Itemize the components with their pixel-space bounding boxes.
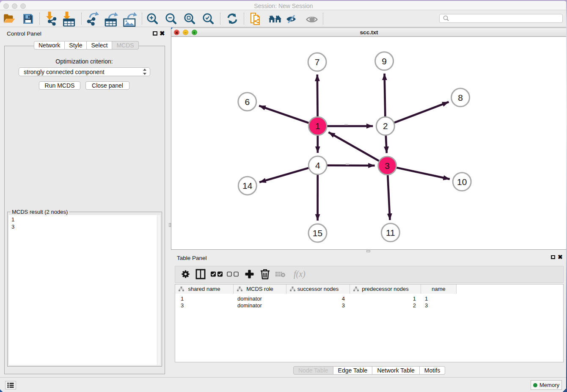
svg-text:6: 6 <box>245 97 250 107</box>
svg-text:4: 4 <box>315 160 320 170</box>
svg-text:9: 9 <box>382 56 387 66</box>
svg-text:15: 15 <box>313 228 322 238</box>
svg-text:3: 3 <box>385 161 390 171</box>
svg-text:8: 8 <box>458 93 463 102</box>
svg-text:1: 1 <box>315 121 320 131</box>
svg-text:f(x): f(x) <box>294 269 306 279</box>
svg-text:7: 7 <box>315 57 320 67</box>
svg-text:2: 2 <box>383 121 388 131</box>
svg-text:14: 14 <box>242 181 253 190</box>
svg-text:11: 11 <box>386 228 395 237</box>
svg-text:10: 10 <box>457 177 467 187</box>
